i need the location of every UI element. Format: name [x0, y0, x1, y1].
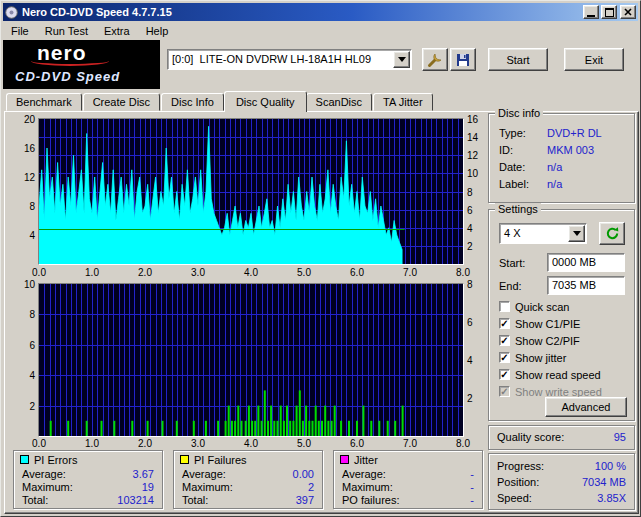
exit-button[interactable]: Exit	[564, 48, 624, 71]
drive-select[interactable]: [0:0] LITE-ON DVDRW LH-18A1H HL09	[167, 49, 412, 70]
axis-tick: 10	[467, 168, 491, 179]
tab-benchmark[interactable]: Benchmark	[6, 93, 82, 111]
maximum-value: -	[470, 481, 474, 493]
checkbox-box: ✓	[499, 352, 510, 363]
tab-disc-quality[interactable]: Disc Quality	[224, 91, 307, 112]
average-value: 0.00	[293, 468, 314, 480]
axis-tick: 8.0	[451, 267, 475, 278]
cddvdspeed-logo-text: CD-DVD Speed	[15, 69, 120, 84]
menu-help[interactable]: Help	[138, 23, 177, 39]
menu-extra[interactable]: Extra	[96, 23, 138, 39]
pi-errors-stats-box: PI Errors Average: 3.67 Maximum: 19 Tota…	[13, 450, 163, 509]
average-label: Average:	[342, 468, 386, 480]
axis-tick: 7.0	[398, 438, 422, 449]
pi-failures-stats-box: PI Failures Average: 0.00 Maximum: 2 Tot…	[173, 450, 323, 509]
total-value: 103214	[117, 494, 154, 506]
disc-date-value: n/a	[547, 161, 562, 173]
maximum-label: Maximum:	[182, 481, 233, 493]
wrench-icon	[427, 52, 443, 68]
pi-errors-title: PI Errors	[34, 454, 77, 466]
pi-failures-chart	[38, 283, 464, 437]
advanced-button[interactable]: Advanced	[545, 397, 627, 417]
save-button[interactable]	[450, 48, 476, 71]
checkbox-show-read-speed[interactable]: ✓ Show read speed	[499, 368, 601, 381]
tab-disc-info[interactable]: Disc Info	[161, 93, 224, 111]
pi-failures-title: PI Failures	[194, 454, 247, 466]
check-icon: ✓	[500, 370, 508, 380]
axis-tick: 1.0	[80, 438, 104, 449]
checkbox-label: Show write speed	[515, 386, 602, 398]
chevron-down-icon	[398, 57, 406, 62]
start-position-field[interactable]: 0000 MB	[547, 253, 625, 272]
menu-file[interactable]: File	[3, 23, 37, 39]
position-value: 7034 MB	[582, 476, 626, 488]
checkbox-show-jitter[interactable]: ✓ Show jitter	[499, 351, 566, 364]
window-title: Nero CD-DVD Speed 4.7.7.15	[18, 6, 581, 18]
disc-date-label: Date:	[499, 161, 525, 173]
average-value: -	[470, 468, 474, 480]
start-button[interactable]: Start	[488, 48, 548, 71]
axis-tick: 6.0	[345, 267, 369, 278]
title-bar: Nero CD-DVD Speed 4.7.7.15	[3, 3, 638, 21]
disc-label-value: n/a	[547, 178, 562, 190]
check-icon: ✓	[500, 319, 508, 329]
axis-tick: 1.0	[80, 267, 104, 278]
refresh-button[interactable]	[599, 222, 625, 245]
axis-tick: 2	[467, 393, 491, 404]
menu-bar: File Run Test Extra Help	[3, 22, 638, 40]
minimize-icon	[587, 15, 595, 17]
maximize-button[interactable]	[601, 5, 617, 19]
average-label: Average:	[182, 468, 226, 480]
drive-select-arrow-button[interactable]	[393, 51, 410, 68]
check-icon: ✓	[500, 387, 508, 397]
progress-label: Progress:	[497, 460, 544, 472]
progress-box: Progress: 100 % Position: 7034 MB Speed:…	[488, 453, 635, 510]
po-failures-value: -	[470, 494, 474, 506]
options-button[interactable]	[422, 48, 448, 71]
average-label: Average:	[22, 468, 66, 480]
disc-info-group-title: Disc info	[495, 107, 543, 119]
disc-label-label: Label:	[499, 178, 529, 190]
checkbox-label: Show read speed	[515, 369, 601, 381]
axis-tick: 6.0	[345, 438, 369, 449]
axis-tick: 10	[11, 279, 35, 290]
disc-type-label: Type:	[499, 127, 526, 139]
jitter-title: Jitter	[354, 454, 378, 466]
pi-errors-chart	[38, 118, 464, 265]
speed-select[interactable]: 4 X	[499, 223, 587, 244]
axis-tick: 12	[467, 150, 491, 161]
pi-failures-swatch-icon	[180, 455, 189, 464]
checkbox-box: ✓	[499, 318, 510, 329]
menu-run-test[interactable]: Run Test	[37, 23, 96, 39]
checkbox-quick-scan[interactable]: Quick scan	[499, 300, 569, 313]
axis-tick: 2.0	[133, 438, 157, 449]
checkbox-show-c2-pif[interactable]: ✓ Show C2/PIF	[499, 334, 580, 347]
checkbox-label: Show C1/PIE	[515, 318, 580, 330]
disc-info-group: Disc info Type: DVD+R DL ID: MKM 003 Dat…	[488, 113, 635, 203]
axis-tick: 4	[11, 370, 35, 381]
axis-tick: 3.0	[186, 438, 210, 449]
checkbox-label: Quick scan	[515, 301, 569, 313]
axis-tick: 7.0	[398, 267, 422, 278]
minimize-button[interactable]	[583, 5, 599, 19]
axis-tick: 0.0	[27, 438, 51, 449]
refresh-icon	[605, 226, 620, 241]
axis-tick: 8	[467, 279, 491, 290]
tab-scandisc[interactable]: ScanDisc	[306, 93, 372, 111]
tab-create-disc[interactable]: Create Disc	[83, 93, 160, 111]
chevron-down-icon	[573, 231, 581, 236]
end-position-field[interactable]: 7035 MB	[547, 276, 625, 295]
maximum-label: Maximum:	[342, 481, 393, 493]
checkbox-show-c1-pie[interactable]: ✓ Show C1/PIE	[499, 317, 580, 330]
checkbox-box: ✓	[499, 369, 510, 380]
tab-ta-jitter[interactable]: TA Jitter	[373, 93, 433, 111]
axis-tick: 14	[467, 132, 491, 143]
close-button[interactable]	[620, 5, 636, 19]
maximum-value: 19	[142, 481, 154, 493]
tab-bar: Benchmark Create Disc Disc Info Disc Qua…	[6, 90, 434, 111]
maximum-label: Maximum:	[22, 481, 73, 493]
speed-select-arrow-button[interactable]	[568, 225, 585, 242]
axis-tick: 16	[11, 143, 35, 154]
nero-logo-swoosh	[31, 56, 109, 66]
speed-select-value: 4 X	[504, 227, 521, 239]
